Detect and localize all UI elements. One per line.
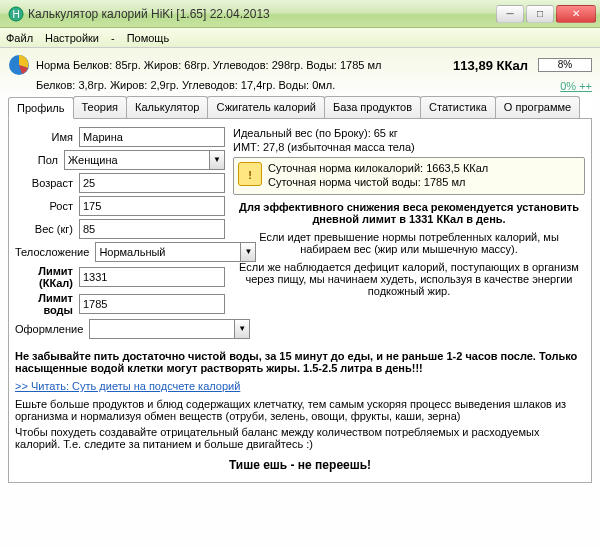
name-input[interactable] — [79, 127, 225, 147]
limit-input[interactable] — [79, 267, 225, 287]
close-button[interactable]: ✕ — [556, 5, 596, 23]
total-kcal: 113,89 ККал — [453, 58, 528, 73]
plus-link[interactable]: 0% ++ — [560, 80, 592, 92]
age-label: Возраст — [15, 177, 73, 189]
name-label: Имя — [15, 131, 73, 143]
tab-stats[interactable]: Статистика — [420, 96, 496, 118]
app-icon: H — [8, 6, 24, 22]
advice-text: Для эффективного снижения веса рекоменду… — [233, 201, 585, 225]
tab-strip: Профиль Теория Калькулятор Сжигатель кал… — [8, 96, 592, 119]
info-para-1: Если идет превышение нормы потребленных … — [237, 231, 581, 255]
fiber-note: Ешьте больше продуктов и блюд содержащих… — [15, 398, 585, 422]
skin-select[interactable] — [89, 319, 235, 339]
tab-about[interactable]: О программе — [495, 96, 580, 118]
slogan: Тише ешь - не переешь! — [15, 458, 585, 472]
consumed-line: Белков: 3,8гр. Жиров: 2,9гр. Углеводов: … — [36, 79, 560, 91]
skin-label: Оформление — [15, 323, 83, 335]
tab-profile[interactable]: Профиль — [8, 97, 74, 119]
tab-burner[interactable]: Сжигатель калорий — [207, 96, 324, 118]
warning-icon: ! — [238, 162, 262, 186]
balance-note: Чтобы похудеть создавайте отрицательный … — [15, 426, 585, 450]
titlebar: H Калькулятор калорий HiKi [1.65] 22.04.… — [0, 0, 600, 28]
tab-panel-profile: Имя Пол▼ Возраст Рост Вес (кг) Телосложе… — [8, 119, 592, 483]
weight-label: Вес (кг) — [15, 223, 73, 235]
build-label: Телосложение — [15, 246, 89, 258]
content-area: Норма Белков: 85гр. Жиров: 68гр. Углевод… — [0, 48, 600, 547]
limit-label: Лимит (ККал) — [15, 265, 73, 289]
minimize-button[interactable]: ─ — [496, 5, 524, 23]
menu-settings[interactable]: Настройки — [45, 32, 99, 44]
window-title: Калькулятор калорий HiKi [1.65] 22.04.20… — [28, 7, 496, 21]
menu-help[interactable]: Помощь — [127, 32, 170, 44]
norms-line: Норма Белков: 85гр. Жиров: 68гр. Углевод… — [36, 59, 453, 71]
water-limit-label: Лимит воды — [15, 292, 73, 316]
tab-calculator[interactable]: Калькулятор — [126, 96, 208, 118]
water-reminder: Не забывайте пить достаточно чистой воды… — [15, 350, 585, 374]
sex-label: Пол — [15, 154, 58, 166]
age-input[interactable] — [79, 173, 225, 193]
daily-kcal: Суточная норма килокалорий: 1663,5 ККал — [268, 162, 488, 174]
daily-water: Суточная норма чистой воды: 1785 мл — [268, 176, 488, 188]
menu-dash: - — [111, 32, 115, 44]
water-input[interactable] — [79, 294, 225, 314]
ideal-weight: Идеальный вес (по Броку): 65 кг — [233, 127, 585, 139]
profile-info: Идеальный вес (по Броку): 65 кг ИМТ: 27,… — [233, 127, 585, 342]
daily-norms-box: ! Суточная норма килокалорий: 1663,5 ККа… — [233, 157, 585, 195]
bmi-line: ИМТ: 27,8 (избыточная масса тела) — [233, 141, 585, 153]
info-para-2: Если же наблюдается дефицит калорий, пос… — [237, 261, 581, 297]
menubar: Файл Настройки - Помощь — [0, 28, 600, 48]
height-input[interactable] — [79, 196, 225, 216]
svg-text:H: H — [12, 9, 19, 20]
pie-chart-icon — [8, 54, 30, 76]
progress-bar: 8% — [538, 58, 592, 72]
menu-file[interactable]: Файл — [6, 32, 33, 44]
height-label: Рост — [15, 200, 73, 212]
maximize-button[interactable]: □ — [526, 5, 554, 23]
sex-select[interactable] — [64, 150, 210, 170]
profile-form: Имя Пол▼ Возраст Рост Вес (кг) Телосложе… — [15, 127, 225, 342]
diet-article-link[interactable]: >> Читать: Суть диеты на подсчете калори… — [15, 380, 585, 392]
tab-theory[interactable]: Теория — [73, 96, 128, 118]
weight-input[interactable] — [79, 219, 225, 239]
tab-products[interactable]: База продуктов — [324, 96, 421, 118]
chevron-down-icon[interactable]: ▼ — [209, 150, 225, 170]
build-select[interactable] — [95, 242, 241, 262]
